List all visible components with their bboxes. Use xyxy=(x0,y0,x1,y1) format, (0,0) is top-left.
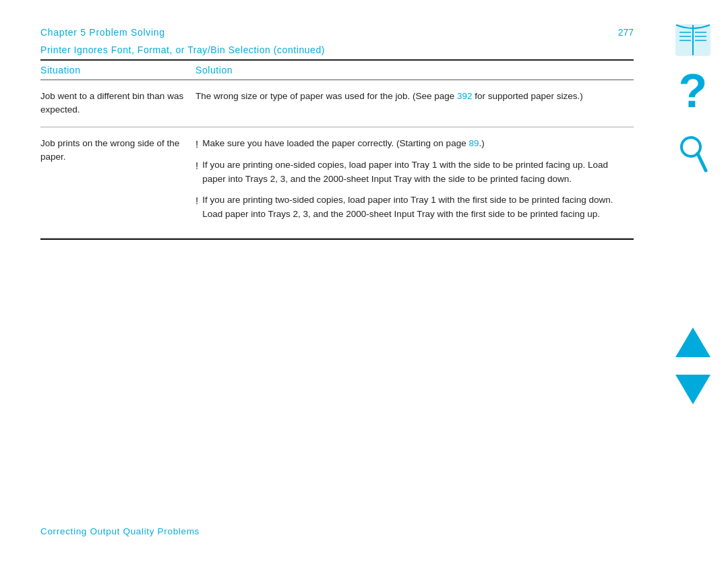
page-number: 277 xyxy=(618,27,634,38)
bullet-mark: ! xyxy=(195,158,198,174)
header-row: Chapter 5 Problem Solving 277 xyxy=(40,27,634,38)
table-row: Job prints on the wrong side of the pape… xyxy=(40,127,634,239)
col-solution-header: Solution xyxy=(195,65,634,75)
link-392[interactable]: 392 xyxy=(457,91,473,101)
situation-text: Job prints on the wrong side of the pape… xyxy=(40,137,195,164)
magnifier-icon[interactable] xyxy=(675,131,710,178)
arrow-up-icon xyxy=(675,327,710,357)
situation-text: Job went to a different bin than was exp… xyxy=(40,90,195,117)
main-content: Chapter 5 Problem Solving 277 Printer Ig… xyxy=(40,27,634,240)
question-svg: ? xyxy=(677,72,708,118)
section-title: Printer Ignores Font, Format, or Tray/Bi… xyxy=(40,44,634,55)
question-icon[interactable]: ? xyxy=(675,71,710,119)
book-svg xyxy=(673,22,713,59)
bullet-mark: ! xyxy=(195,193,198,209)
bullet-text: Make sure you have loaded the paper corr… xyxy=(202,137,634,151)
arrow-up-button[interactable] xyxy=(675,325,710,360)
bullet-item: ! If you are printing one-sided copies, … xyxy=(195,158,634,187)
link-89[interactable]: 89 xyxy=(468,138,479,148)
bullet-item: ! Make sure you have loaded the paper co… xyxy=(195,137,634,152)
svg-line-10 xyxy=(698,154,706,170)
solution-content: ! Make sure you have loaded the paper co… xyxy=(195,137,634,228)
solution-content: The wrong size or type of paper was used… xyxy=(195,90,634,106)
bullet-item: ! If you are printing two-sided copies, … xyxy=(195,193,634,222)
bullet-mark: ! xyxy=(195,137,198,152)
magnifier-svg xyxy=(677,133,708,175)
bullet-text: If you are printing one-sided copies, lo… xyxy=(202,158,634,187)
arrow-down-button[interactable] xyxy=(675,372,710,407)
svg-text:?: ? xyxy=(679,72,708,117)
bottom-divider xyxy=(40,239,634,240)
col-situation-header: Situation xyxy=(40,65,195,75)
book-icon[interactable] xyxy=(671,20,715,59)
sidebar-icons: ? xyxy=(671,20,715,407)
arrow-down-icon xyxy=(675,375,710,404)
chapter-title: Chapter 5 Problem Solving xyxy=(40,27,165,38)
footer-link[interactable]: Correcting Output Quality Problems xyxy=(40,526,200,536)
bullet-text: If you are printing two-sided copies, lo… xyxy=(202,193,634,222)
solution-paragraph: The wrong size or type of paper was used… xyxy=(195,90,634,104)
table-row: Job went to a different bin than was exp… xyxy=(40,80,634,127)
table-header: Situation Solution xyxy=(40,61,634,80)
